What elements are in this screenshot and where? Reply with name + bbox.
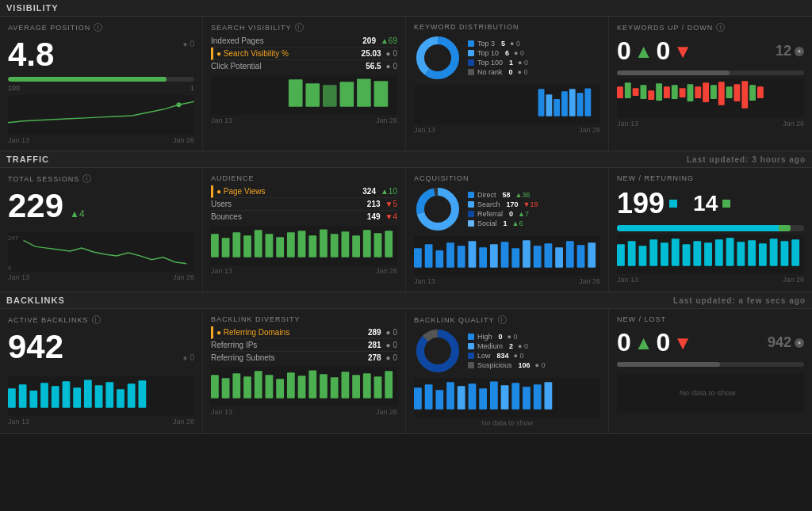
- bq-legend-medium-dot: [468, 343, 474, 349]
- keywords-up-down-info-icon[interactable]: i: [716, 23, 725, 32]
- svg-rect-119: [363, 373, 371, 398]
- keyword-distribution-card: KEYWORD DISTRIBUTION Top 3 5 ● 0: [406, 17, 609, 151]
- svg-rect-89: [770, 238, 778, 265]
- svg-rect-128: [446, 382, 454, 409]
- svg-rect-82: [693, 241, 701, 265]
- active-backlinks-title: ACTIVE BACKLINKS i: [8, 315, 194, 324]
- returning-value: 14: [693, 191, 718, 216]
- keywords-chart-labels: Jan 13 Jan 26: [617, 120, 804, 128]
- keyword-distribution-title: KEYWORD DISTRIBUTION: [414, 23, 600, 31]
- audience-rows: ● Page Views 324 ▲10 Users 213 ▼5 Bounce…: [211, 185, 397, 223]
- active-backlinks-info-icon[interactable]: i: [92, 315, 101, 324]
- svg-rect-79: [661, 242, 668, 266]
- new-returning-bar: [617, 225, 791, 231]
- svg-rect-54: [385, 231, 393, 257]
- backlink-quality-info-icon[interactable]: i: [498, 315, 507, 324]
- active-backlinks-value: 942: [8, 330, 63, 364]
- svg-rect-86: [737, 242, 745, 265]
- new-value: 199: [617, 187, 665, 220]
- audience-card: AUDIENCE ● Page Views 324 ▲10 Users 213 …: [203, 168, 406, 292]
- audience-title: AUDIENCE: [211, 174, 397, 182]
- svg-rect-30: [718, 82, 725, 105]
- svg-rect-38: [211, 234, 219, 257]
- svg-rect-90: [781, 241, 789, 265]
- search-visibility-card: SEARCH VISIBILITY i Indexed Pages 209 ▲6…: [203, 17, 406, 151]
- svg-rect-102: [117, 389, 124, 408]
- bounces-row: Bounces 149 ▼4: [211, 211, 397, 223]
- svg-rect-131: [479, 388, 487, 409]
- total-sessions-info-icon[interactable]: i: [82, 174, 91, 183]
- traffic-last-updated: Last updated: 3 hours ago: [687, 155, 806, 164]
- svg-rect-10: [538, 89, 545, 116]
- bq-legend-suspicious-dot: [468, 362, 474, 368]
- svg-rect-50: [342, 231, 350, 257]
- svg-rect-47: [308, 235, 316, 257]
- svg-rect-26: [688, 84, 694, 101]
- traffic-section: TRAFFIC Last updated: 3 hours ago TOTAL …: [0, 151, 812, 292]
- svg-rect-72: [566, 241, 574, 267]
- svg-rect-31: [726, 86, 733, 98]
- down-arrow-icon: ▼: [673, 40, 692, 63]
- svg-rect-66: [501, 242, 509, 267]
- svg-rect-67: [511, 248, 519, 267]
- svg-rect-95: [40, 383, 48, 407]
- new-icon: [669, 200, 677, 208]
- new-lost-badge: ●: [795, 338, 804, 348]
- backlinks-label: BACKLINKS: [6, 296, 65, 305]
- legend-referral-dot: [468, 211, 474, 217]
- search-visibility-chart: [211, 75, 397, 115]
- new-lost-bar: [617, 362, 720, 367]
- svg-rect-48: [320, 229, 327, 257]
- avg-position-info-icon[interactable]: i: [94, 23, 102, 32]
- audience-chart: [211, 226, 397, 265]
- new-lost-card: NEW / LOST 0 ▲ 0 ▼ 942 ● No data to show: [609, 309, 812, 433]
- svg-rect-97: [63, 381, 71, 407]
- svg-rect-76: [628, 241, 636, 265]
- bq-legend-low-dot: [468, 353, 474, 359]
- new-lost-arrows: 0 ▲ 0 ▼ 942 ●: [617, 328, 804, 357]
- svg-rect-23: [664, 86, 670, 98]
- svg-rect-51: [352, 235, 360, 257]
- visibility-header: VISIBILITY: [0, 0, 812, 17]
- search-visibility-chart-labels: Jan 13 Jan 26: [211, 116, 397, 124]
- svg-rect-135: [523, 387, 530, 409]
- svg-rect-77: [639, 246, 647, 266]
- legend-norank: No rank 0 ● 0: [468, 67, 528, 77]
- legend-top10-dot: [468, 50, 474, 56]
- svg-rect-39: [222, 238, 230, 257]
- svg-rect-52: [363, 230, 371, 257]
- keywords-bar: [617, 71, 730, 75]
- up-arrow-icon: ▲: [634, 40, 653, 63]
- page-views-row: ● Page Views 324 ▲10: [211, 185, 397, 198]
- backlinks-last-updated: Last updated: a few secs ago: [673, 296, 806, 305]
- svg-rect-107: [232, 373, 240, 398]
- referring-domains-row: ● Referring Domains 289 ● 0: [211, 326, 397, 339]
- svg-rect-1: [289, 79, 303, 106]
- svg-rect-24: [672, 85, 678, 99]
- legend-referral: Referral 0 ▲7: [468, 209, 538, 219]
- svg-rect-121: [385, 371, 393, 398]
- svg-rect-27: [695, 86, 701, 98]
- svg-rect-78: [649, 239, 657, 265]
- search-visibility-info-icon[interactable]: i: [295, 23, 304, 32]
- svg-rect-92: [8, 388, 16, 407]
- svg-point-0: [176, 102, 181, 107]
- svg-rect-62: [458, 246, 465, 267]
- svg-rect-120: [374, 376, 382, 398]
- legend-search: Search 170 ▼19: [468, 200, 538, 209]
- svg-rect-49: [331, 234, 339, 257]
- total-sessions-title: TOTAL SESSIONS i: [8, 174, 194, 183]
- svg-rect-87: [748, 240, 756, 265]
- avg-position-progress: [8, 77, 194, 82]
- legend-search-dot: [468, 201, 474, 208]
- svg-rect-127: [435, 390, 443, 409]
- indexed-pages-row: Indexed Pages 209 ▲69: [211, 35, 397, 48]
- svg-rect-114: [308, 370, 316, 398]
- keyword-donut-container: Top 3 5 ● 0 Top 10 6 ● 0 Top 100 1: [414, 34, 600, 82]
- svg-rect-74: [588, 242, 596, 267]
- avg-position-range: 100 1: [8, 84, 194, 92]
- svg-rect-81: [683, 244, 691, 266]
- svg-rect-22: [656, 83, 662, 101]
- visibility-section: VISIBILITY AVERAGE POSITION i 4.8 ● 0 10…: [0, 0, 812, 151]
- click-potential-row: Click Potential 56.5 ● 0: [211, 60, 397, 72]
